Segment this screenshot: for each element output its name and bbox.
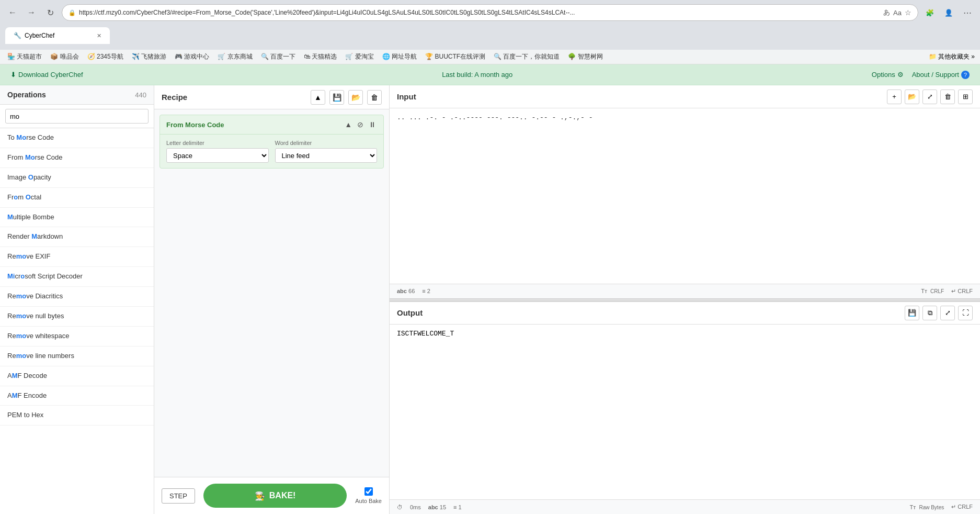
tab-favicon: 🔧 — [14, 32, 21, 39]
bookmark-2345[interactable]: 🧭 2345导航 — [85, 51, 126, 62]
clear-input-button[interactable]: 🗑 — [940, 90, 955, 104]
sidebar-item-image-opacity[interactable]: Image Opacity — [0, 168, 154, 188]
help-icon: ? — [961, 71, 970, 79]
input-raw-bytes-label[interactable]: Tт CRLF — [921, 288, 944, 294]
input-textarea[interactable]: .. ... .-. - .-..---- ---. ---.. -.-- - … — [390, 108, 980, 284]
output-raw-bytes-label[interactable]: Tт Raw Bytes — [910, 504, 944, 510]
bookmark-tianmao[interactable]: 🏪 天猫超市 — [5, 51, 44, 62]
input-crlf-label[interactable]: ↵ CRLF — [951, 288, 973, 295]
back-button[interactable]: ← — [5, 5, 20, 20]
sidebar-item-from-octal[interactable]: From Octal — [0, 188, 154, 208]
input-toolbar: + 📂 ⤢ 🗑 ⊞ — [887, 90, 973, 104]
save-output-button[interactable]: 💾 — [905, 306, 919, 320]
user-profile-icon[interactable]: 👤 — [941, 5, 956, 20]
step-button[interactable]: STEP — [162, 488, 195, 504]
translate-icon: あ — [883, 8, 890, 17]
address-bar[interactable]: 🔒 https://ctf.mzy0.com/CyberChef3/#recip… — [62, 4, 918, 21]
last-build-text: Last build: A month ago — [442, 71, 512, 79]
paste-input-button[interactable]: ⤢ — [922, 90, 937, 104]
sidebar-item-amf-encode[interactable]: AMF Encode — [0, 386, 154, 406]
output-section: Output 💾 ⧉ ⤢ ⛶ ISCTFWELCOME_T ⏱ 0ms abc … — [390, 301, 980, 515]
word-delimiter-group: Word delimiter Line feed — [275, 140, 378, 163]
sidebar-item-pem-to-hex[interactable]: PEM to Hex — [0, 406, 154, 426]
sidebar-count: 440 — [135, 91, 146, 99]
sidebar-item-remove-exif[interactable]: Remove EXIF — [0, 247, 154, 267]
auto-bake-checkbox[interactable] — [364, 487, 373, 496]
sidebar-item-remove-null-bytes[interactable]: Remove null bytes — [0, 307, 154, 327]
copy-output-button[interactable]: ⧉ — [922, 306, 937, 320]
tab-close-icon[interactable]: ✕ — [97, 32, 101, 39]
recipe-panel: Recipe ▲ 💾 📂 🗑 From Morse Code ▲ ⊘ ⏸ — [154, 85, 390, 514]
clear-recipe-button[interactable]: 🗑 — [367, 90, 382, 105]
output-toolbar: 💾 ⧉ ⤢ ⛶ — [905, 306, 973, 320]
bookmark-feizhu[interactable]: ✈️ 飞猪旅游 — [130, 51, 168, 62]
bookmark-tianmaojx[interactable]: 🛍 天猫精选 — [302, 51, 339, 62]
more-bookmarks[interactable]: 📁 其他收藏夹 » — [929, 52, 975, 61]
input-char-count: abc 66 — [397, 288, 415, 294]
letter-delimiter-group: Letter delimiter Space — [166, 140, 269, 163]
input-status-left: abc 66 ≡ 2 — [397, 288, 430, 294]
from-morse-code-operation: From Morse Code ▲ ⊘ ⏸ Letter delimiter S… — [159, 115, 384, 169]
refresh-button[interactable]: ↻ — [43, 5, 58, 20]
active-tab[interactable]: 🔧 CyberChef ✕ — [5, 27, 110, 44]
input-content: .. ... .-. - .-..---- ---. ---.. -.-- - … — [390, 108, 980, 284]
open-recipe-button[interactable]: 📂 — [348, 90, 363, 105]
bake-button[interactable]: 👨‍🍳 BAKE! — [203, 484, 347, 508]
open-input-button[interactable]: 📂 — [905, 90, 919, 104]
disable-operation-button[interactable]: ⊘ — [356, 119, 364, 130]
sidebar-item-render-markdown[interactable]: Render Markdown — [0, 227, 154, 247]
input-status-bar: abc 66 ≡ 2 Tт CRLF ↵ CRLF — [390, 284, 980, 298]
bookmark-zhihuishu[interactable]: 🌳 智慧树网 — [566, 51, 605, 62]
sidebar-item-from-morse[interactable]: From Morse Code — [0, 148, 154, 168]
collapse-recipe-button[interactable]: ▲ — [311, 90, 325, 105]
sidebar: Operations 440 To Morse Code From Morse … — [0, 85, 154, 514]
menu-icon[interactable]: ⋯ — [960, 5, 975, 20]
bookmark-jd[interactable]: 🛒 京东商城 — [215, 51, 254, 62]
letter-delimiter-label: Letter delimiter — [166, 140, 269, 146]
add-input-button[interactable]: + — [887, 90, 902, 104]
sidebar-item-microsoft-script[interactable]: Microsoft Script Decoder — [0, 267, 154, 287]
sidebar-item-remove-whitespace[interactable]: Remove whitespace — [0, 327, 154, 347]
browser-chrome: ← → ↻ 🔒 https://ctf.mzy0.com/CyberChef3/… — [0, 0, 980, 50]
bookmark-baidu[interactable]: 🔍 百度一下 — [259, 51, 298, 62]
extensions-icon[interactable]: 🧩 — [922, 5, 937, 20]
collapse-operation-button[interactable]: ▲ — [344, 119, 353, 130]
bookmark-nav[interactable]: 🌐 网址导航 — [380, 51, 419, 62]
banner-right: Options ⚙ About / Support ? — [872, 71, 970, 79]
grid-input-button[interactable]: ⊞ — [958, 90, 973, 104]
fullscreen-output-button[interactable]: ⛶ — [958, 306, 973, 320]
input-header: Input + 📂 ⤢ 🗑 ⊞ — [390, 85, 980, 108]
bookmark-baidu2[interactable]: 🔍 百度一下，你就知道 — [492, 51, 562, 62]
bookmark-vip[interactable]: 📦 唯品会 — [48, 51, 81, 62]
word-delimiter-select[interactable]: Line feed — [275, 148, 378, 163]
chef-hat-icon: 👨‍🍳 — [255, 491, 265, 501]
address-url: https://ctf.mzy0.com/CyberChef3/#recipe=… — [79, 9, 880, 16]
pause-operation-button[interactable]: ⏸ — [368, 119, 377, 130]
about-button[interactable]: About / Support ? — [912, 71, 970, 79]
input-title: Input — [397, 92, 416, 101]
save-recipe-button[interactable]: 💾 — [329, 90, 344, 105]
bookmark-buuctf[interactable]: 🏆 BUUCTF在线评测 — [423, 51, 487, 62]
letter-delimiter-select[interactable]: Space — [166, 148, 269, 163]
sidebar-item-to-morse[interactable]: To Morse Code — [0, 128, 154, 148]
bookmark-games[interactable]: 🎮 游戏中心 — [173, 51, 211, 62]
browser-tabs: 🔧 CyberChef ✕ — [0, 25, 980, 44]
operation-form-row: Letter delimiter Space Word delimiter Li… — [166, 140, 377, 163]
cyberchef-banner: ⬇ Download CyberChef Last build: A month… — [0, 64, 980, 85]
operation-card-title: From Morse Code — [166, 121, 224, 129]
input-section: Input + 📂 ⤢ 🗑 ⊞ .. ... .-. - .-..---- --… — [390, 85, 980, 298]
sidebar-item-amf-decode[interactable]: AMF Decode — [0, 366, 154, 386]
search-input[interactable] — [5, 109, 149, 124]
expand-output-button[interactable]: ⤢ — [940, 306, 955, 320]
sidebar-item-multiple-bombe[interactable]: Multiple Bombe — [0, 208, 154, 228]
sidebar-item-remove-line-numbers[interactable]: Remove line numbers — [0, 347, 154, 366]
options-button[interactable]: Options ⚙ — [872, 71, 904, 79]
download-link[interactable]: ⬇ Download CyberChef — [10, 71, 83, 79]
star-icon[interactable]: ☆ — [905, 8, 911, 17]
forward-button[interactable]: → — [24, 5, 39, 20]
sidebar-list: To Morse Code From Morse Code Image Opac… — [0, 128, 154, 514]
sidebar-header: Operations 440 — [0, 85, 154, 105]
bookmark-taobao[interactable]: 🛒 爱淘宝 — [343, 51, 375, 62]
sidebar-item-remove-diacritics[interactable]: Remove Diacritics — [0, 287, 154, 307]
output-crlf-label[interactable]: ↵ CRLF — [951, 504, 973, 510]
